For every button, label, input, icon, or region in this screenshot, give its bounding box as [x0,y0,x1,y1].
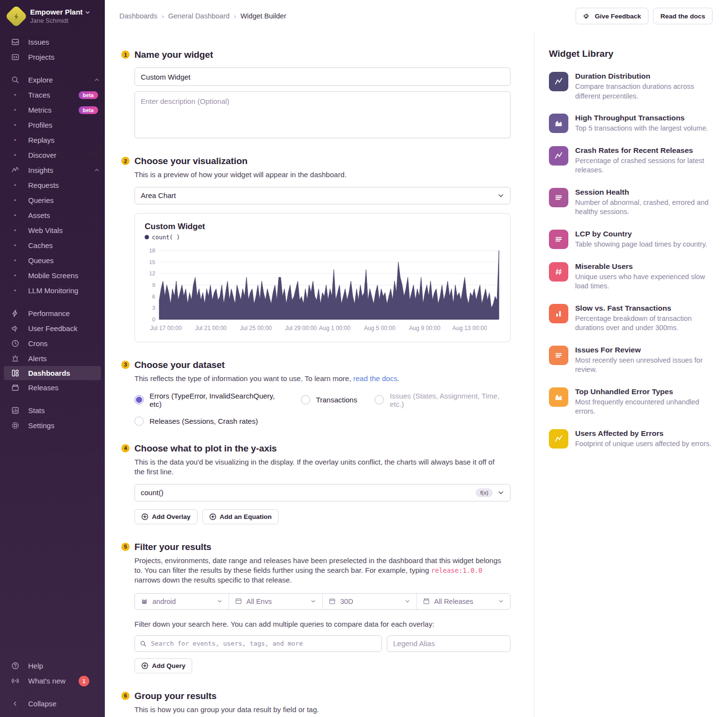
library-item-high-throughput-transactions[interactable]: High Throughput TransactionsTop 5 transa… [549,114,713,133]
library-item-duration-distribution[interactable]: Duration DistributionCompare transaction… [549,72,713,101]
svg-text:3: 3 [152,305,155,311]
breadcrumb-dashboards[interactable]: Dashboards [119,12,157,20]
library-item-users-affected-by-errors[interactable]: Users Affected by ErrorsFootprint of uni… [549,429,713,449]
radio-icon[interactable] [301,395,310,404]
svg-text:Aug 13 00:00: Aug 13 00:00 [452,325,487,332]
radio-label: Errors (TypeError, InvalidSearchQuery, e… [149,392,283,408]
sidebar-item-label: Performance [28,309,70,317]
read-the-docs-link[interactable]: read the docs [353,374,397,383]
filter-android[interactable]: android [135,594,229,609]
sidebar-item-settings[interactable]: Settings [0,418,105,433]
sidebar-item-requests[interactable]: •Requests [0,178,105,193]
sidebar-item-metrics[interactable]: •Metricsbeta [0,102,105,117]
svg-text:Aug 1 00:00: Aug 1 00:00 [319,325,350,332]
filter-all-envs[interactable]: All Envs [229,594,323,609]
sidebar-item-user-feedback[interactable]: User Feedback [0,321,105,336]
read-the-docs-button[interactable]: Read the docs [653,8,712,24]
yaxis-field-select[interactable]: count() f(x) [134,484,511,501]
step-number-badge: 5 [121,543,130,551]
sidebar-item-queries[interactable]: •Queries [0,193,105,208]
sidebar-item-crons[interactable]: Crons [0,336,105,351]
sidebar-item-traces[interactable]: •Tracesbeta [0,87,105,102]
library-item-slow-vs-fast-transactions[interactable]: Slow vs. Fast TransactionsPercentage bre… [549,304,713,333]
dataset-option-releases[interactable]: Releases (Sessions, Crash rates) [134,417,258,426]
widget-description-input[interactable] [134,91,511,138]
window-icon [235,598,242,605]
plus-circle-icon [141,513,149,520]
library-item-text: Session HealthNumber of abnormal, crashe… [575,188,713,217]
step-number-badge: 1 [121,50,130,59]
sidebar-item-llm-monitoring[interactable]: •LLM Monitoring [0,283,105,298]
whats-new-count-badge: 1 [79,676,89,686]
svg-text:6: 6 [152,294,155,300]
bars-glyph [549,346,568,365]
library-item-crash-rates-for-recent-releases[interactable]: Crash Rates for Recent ReleasesPercentag… [549,146,713,175]
library-item-miserable-users[interactable]: Miserable UsersUnique users who have exp… [549,262,713,291]
sidebar-item-releases[interactable]: Releases [0,380,105,395]
library-item-text: Duration DistributionCompare transaction… [575,72,713,101]
sidebar-item-replays[interactable]: •Replays [0,133,105,148]
step-name-widget: 1 Name your widget [121,50,511,138]
filter-all-releases[interactable]: All Releases [416,594,511,609]
sidebar-item-issues[interactable]: Issues [0,34,105,50]
legend-alias-input[interactable] [387,635,511,652]
sidebar-item-dashboards[interactable]: Dashboards [4,366,101,380]
sidebar-item-stats[interactable]: Stats [0,403,105,418]
sidebar-item-queues[interactable]: •Queues [0,253,105,268]
sidebar-item-collapse[interactable]: Collapse [0,696,105,711]
sidebar-item-caches[interactable]: •Caches [0,238,105,253]
add-overlay-button[interactable]: Add Overlay [134,509,198,524]
library-item-top-unhandled-error-types[interactable]: Top Unhandled Error TypesMost frequently… [549,387,713,417]
library-item-lcp-by-country[interactable]: LCP by CountryTable showing page load ti… [549,230,713,250]
chevron-up-icon[interactable] [94,77,100,83]
sidebar-nav: IssuesProjectsExplore•Tracesbeta•Metrics… [0,32,105,433]
visualization-select[interactable]: Area Chart [134,187,511,204]
sidebar-item-discover[interactable]: •Discover [0,148,105,163]
library-item-title: Session Health [575,188,713,197]
library-item-issues-for-review[interactable]: Issues For ReviewMost recently seen unre… [549,346,713,375]
give-feedback-button[interactable]: Give Feedback [576,8,648,24]
library-item-session-health[interactable]: Session HealthNumber of abnormal, crashe… [549,188,713,217]
org-switcher[interactable]: Empower Plant Jane Schmidt [0,0,105,32]
sidebar-item-insights[interactable]: Insights [0,163,105,178]
step5-subtitle-tail: narrows down the results specific to tha… [134,576,292,584]
step-filter-results: 5 Filter your results Projects, environm… [121,542,511,673]
bullet-icon: • [11,253,19,268]
step3-subtitle-text: This reflects the type of information yo… [134,374,353,383]
radio-icon[interactable] [134,395,144,404]
sidebar-item-alerts[interactable]: Alerts [0,351,105,366]
org-name: Empower Plant [30,8,90,17]
event-search-input[interactable] [134,635,382,652]
dataset-option-transactions[interactable]: Transactions [301,395,357,404]
radio-icon[interactable] [134,417,144,426]
add-an-equation-button[interactable]: Add an Equation [202,509,279,524]
sidebar-item-label: Replays [28,136,54,144]
sidebar-item-projects[interactable]: Projects [0,50,105,65]
add-query-button[interactable]: Add Query [134,658,192,673]
sidebar-item-performance[interactable]: Performance [0,306,105,321]
sidebar-item-what-s-new[interactable]: What's new1 [0,673,105,688]
sidebar-item-profiles[interactable]: •Profiles [0,117,105,133]
filter-30d[interactable]: 30D [322,594,416,609]
breadcrumb-general-dashboard[interactable]: General Dashboard [168,12,230,20]
chevron-up-icon[interactable] [94,167,100,173]
legend-label: count( ) [152,234,180,241]
sidebar-item-web-vitals[interactable]: •Web Vitals [0,223,105,238]
sidebar-item-label: LLM Monitoring [28,286,78,295]
sidebar-item-help[interactable]: Help [0,658,105,673]
widget-name-input[interactable] [134,67,511,86]
sidebar-item-assets[interactable]: •Assets [0,208,105,223]
dataset-option-errors[interactable]: Errors (TypeError, InvalidSearchQuery, e… [134,392,283,408]
library-item-text: Miserable UsersUnique users who have exp… [575,262,713,291]
widget-library-list: Duration DistributionCompare transaction… [549,72,713,449]
dashboards-icon [11,369,19,377]
sidebar-item-mobile-screens[interactable]: •Mobile Screens [0,268,105,283]
radio-label: Releases (Sessions, Crash rates) [149,417,258,425]
yaxis-buttons: Add OverlayAdd an Equation [134,509,511,524]
svg-text:15: 15 [149,259,155,265]
library-item-text: Top Unhandled Error TypesMost frequently… [575,387,713,417]
chevron-down-icon [216,598,223,604]
bullet-icon: • [11,193,19,208]
sidebar-item-explore[interactable]: Explore [0,72,105,87]
step-choose-visualization: 2 Choose your visualization This is a pr… [121,156,511,342]
